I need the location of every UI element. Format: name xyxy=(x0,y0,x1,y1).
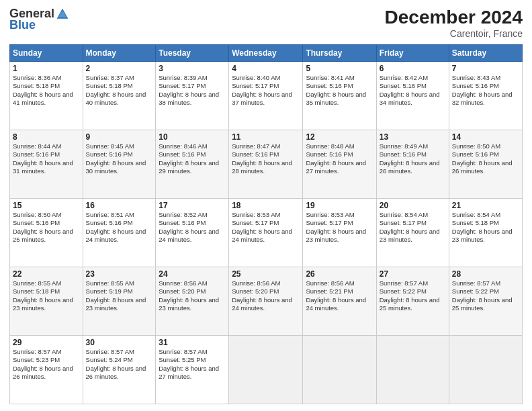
day-number: 31 xyxy=(159,338,226,347)
day-number: 5 xyxy=(306,64,373,73)
day-info: Sunrise: 8:45 AMSunset: 5:16 PMDaylight:… xyxy=(86,142,153,175)
calendar-cell: 14 Sunrise: 8:50 AMSunset: 5:16 PMDaylig… xyxy=(449,130,522,199)
day-number: 17 xyxy=(159,201,226,210)
day-info: Sunrise: 8:47 AMSunset: 5:16 PMDaylight:… xyxy=(232,142,300,175)
week-row-4: 22 Sunrise: 8:55 AMSunset: 5:18 PMDaylig… xyxy=(10,267,523,336)
day-info: Sunrise: 8:51 AMSunset: 5:16 PMDaylight:… xyxy=(86,211,153,244)
day-info: Sunrise: 8:55 AMSunset: 5:18 PMDaylight:… xyxy=(13,279,80,312)
calendar-cell: 8 Sunrise: 8:44 AMSunset: 5:16 PMDayligh… xyxy=(10,130,83,199)
calendar-cell: 13 Sunrise: 8:49 AMSunset: 5:16 PMDaylig… xyxy=(376,130,449,199)
day-info: Sunrise: 8:49 AMSunset: 5:16 PMDaylight:… xyxy=(380,142,446,175)
calendar-cell: 29 Sunrise: 8:57 AMSunset: 5:23 PMDaylig… xyxy=(10,336,83,404)
day-info: Sunrise: 8:56 AMSunset: 5:20 PMDaylight:… xyxy=(159,279,226,312)
day-info: Sunrise: 8:37 AMSunset: 5:18 PMDaylight:… xyxy=(86,74,153,107)
day-info: Sunrise: 8:40 AMSunset: 5:17 PMDaylight:… xyxy=(232,74,300,107)
calendar-cell: 1 Sunrise: 8:36 AMSunset: 5:18 PMDayligh… xyxy=(10,62,83,130)
header-tuesday: Tuesday xyxy=(156,45,229,62)
weekday-header-row: Sunday Monday Tuesday Wednesday Thursday… xyxy=(10,45,523,62)
month-title: December 2024 xyxy=(385,7,523,28)
day-number: 12 xyxy=(306,132,373,142)
day-number: 15 xyxy=(13,201,80,210)
svg-marker-1 xyxy=(58,10,66,17)
logo: General Blue xyxy=(9,7,69,32)
day-number: 27 xyxy=(380,269,446,279)
day-number: 9 xyxy=(86,132,153,142)
header-thursday: Thursday xyxy=(303,45,376,62)
day-number: 23 xyxy=(86,269,153,279)
header: General Blue December 2024 Carentoir, Fr… xyxy=(9,7,523,39)
day-info: Sunrise: 8:50 AMSunset: 5:16 PMDaylight:… xyxy=(13,211,80,244)
header-friday: Friday xyxy=(376,45,449,62)
day-info: Sunrise: 8:57 AMSunset: 5:22 PMDaylight:… xyxy=(380,279,446,312)
logo-icon xyxy=(56,7,69,21)
calendar-cell: 17 Sunrise: 8:52 AMSunset: 5:16 PMDaylig… xyxy=(156,199,229,267)
calendar-cell: 5 Sunrise: 8:41 AMSunset: 5:16 PMDayligh… xyxy=(303,62,376,130)
day-info: Sunrise: 8:57 AMSunset: 5:23 PMDaylight:… xyxy=(13,348,80,381)
day-info: Sunrise: 8:53 AMSunset: 5:17 PMDaylight:… xyxy=(306,211,373,244)
day-number: 19 xyxy=(306,201,373,210)
day-number: 8 xyxy=(13,132,80,142)
calendar-cell: 19 Sunrise: 8:53 AMSunset: 5:17 PMDaylig… xyxy=(303,199,376,267)
day-info: Sunrise: 8:36 AMSunset: 5:18 PMDaylight:… xyxy=(13,74,80,107)
calendar-cell: 26 Sunrise: 8:56 AMSunset: 5:21 PMDaylig… xyxy=(303,267,376,336)
calendar-cell: 21 Sunrise: 8:54 AMSunset: 5:18 PMDaylig… xyxy=(449,199,522,267)
calendar-cell: 10 Sunrise: 8:46 AMSunset: 5:16 PMDaylig… xyxy=(156,130,229,199)
day-info: Sunrise: 8:54 AMSunset: 5:18 PMDaylight:… xyxy=(452,211,519,244)
day-number: 20 xyxy=(380,201,446,210)
day-info: Sunrise: 8:43 AMSunset: 5:16 PMDaylight:… xyxy=(452,74,519,107)
calendar-cell xyxy=(229,336,303,404)
week-row-2: 8 Sunrise: 8:44 AMSunset: 5:16 PMDayligh… xyxy=(10,130,523,199)
calendar-cell: 25 Sunrise: 8:56 AMSunset: 5:20 PMDaylig… xyxy=(229,267,303,336)
day-number: 18 xyxy=(232,201,300,210)
day-number: 3 xyxy=(159,64,226,73)
day-number: 26 xyxy=(306,269,373,279)
calendar-cell: 6 Sunrise: 8:42 AMSunset: 5:16 PMDayligh… xyxy=(376,62,449,130)
calendar-table: Sunday Monday Tuesday Wednesday Thursday… xyxy=(9,44,523,404)
day-info: Sunrise: 8:53 AMSunset: 5:17 PMDaylight:… xyxy=(232,211,300,244)
day-number: 7 xyxy=(452,64,519,73)
header-saturday: Saturday xyxy=(449,45,522,62)
calendar-cell: 18 Sunrise: 8:53 AMSunset: 5:17 PMDaylig… xyxy=(229,199,303,267)
calendar-cell: 23 Sunrise: 8:55 AMSunset: 5:19 PMDaylig… xyxy=(83,267,156,336)
page: General Blue December 2024 Carentoir, Fr… xyxy=(0,0,532,411)
day-number: 1 xyxy=(13,64,80,73)
day-info: Sunrise: 8:39 AMSunset: 5:17 PMDaylight:… xyxy=(159,74,226,107)
day-info: Sunrise: 8:46 AMSunset: 5:16 PMDaylight:… xyxy=(159,142,226,175)
day-info: Sunrise: 8:56 AMSunset: 5:20 PMDaylight:… xyxy=(232,279,300,312)
day-number: 4 xyxy=(232,64,300,73)
calendar-cell: 7 Sunrise: 8:43 AMSunset: 5:16 PMDayligh… xyxy=(449,62,522,130)
calendar-cell xyxy=(303,336,376,404)
calendar-cell xyxy=(449,336,522,404)
calendar-cell: 9 Sunrise: 8:45 AMSunset: 5:16 PMDayligh… xyxy=(83,130,156,199)
calendar-cell: 27 Sunrise: 8:57 AMSunset: 5:22 PMDaylig… xyxy=(376,267,449,336)
day-info: Sunrise: 8:57 AMSunset: 5:25 PMDaylight:… xyxy=(159,348,226,381)
header-sunday: Sunday xyxy=(10,45,83,62)
day-number: 11 xyxy=(232,132,300,142)
day-info: Sunrise: 8:56 AMSunset: 5:21 PMDaylight:… xyxy=(306,279,373,312)
day-info: Sunrise: 8:48 AMSunset: 5:16 PMDaylight:… xyxy=(306,142,373,175)
calendar-cell: 2 Sunrise: 8:37 AMSunset: 5:18 PMDayligh… xyxy=(83,62,156,130)
header-monday: Monday xyxy=(83,45,156,62)
day-info: Sunrise: 8:44 AMSunset: 5:16 PMDaylight:… xyxy=(13,142,80,175)
calendar-cell: 3 Sunrise: 8:39 AMSunset: 5:17 PMDayligh… xyxy=(156,62,229,130)
day-number: 16 xyxy=(86,201,153,210)
calendar-cell: 22 Sunrise: 8:55 AMSunset: 5:18 PMDaylig… xyxy=(10,267,83,336)
header-wednesday: Wednesday xyxy=(229,45,303,62)
day-number: 21 xyxy=(452,201,519,210)
calendar-cell: 12 Sunrise: 8:48 AMSunset: 5:16 PMDaylig… xyxy=(303,130,376,199)
day-number: 25 xyxy=(232,269,300,279)
day-number: 28 xyxy=(452,269,519,279)
day-number: 6 xyxy=(380,64,446,73)
location: Carentoir, France xyxy=(385,28,523,39)
day-number: 30 xyxy=(86,338,153,347)
day-info: Sunrise: 8:42 AMSunset: 5:16 PMDaylight:… xyxy=(380,74,446,107)
calendar-cell: 24 Sunrise: 8:56 AMSunset: 5:20 PMDaylig… xyxy=(156,267,229,336)
calendar-cell: 11 Sunrise: 8:47 AMSunset: 5:16 PMDaylig… xyxy=(229,130,303,199)
day-info: Sunrise: 8:52 AMSunset: 5:16 PMDaylight:… xyxy=(159,211,226,244)
calendar-cell: 15 Sunrise: 8:50 AMSunset: 5:16 PMDaylig… xyxy=(10,199,83,267)
calendar-cell: 16 Sunrise: 8:51 AMSunset: 5:16 PMDaylig… xyxy=(83,199,156,267)
calendar-cell: 20 Sunrise: 8:54 AMSunset: 5:17 PMDaylig… xyxy=(376,199,449,267)
day-number: 2 xyxy=(86,64,153,73)
day-info: Sunrise: 8:50 AMSunset: 5:16 PMDaylight:… xyxy=(452,142,519,175)
day-number: 24 xyxy=(159,269,226,279)
